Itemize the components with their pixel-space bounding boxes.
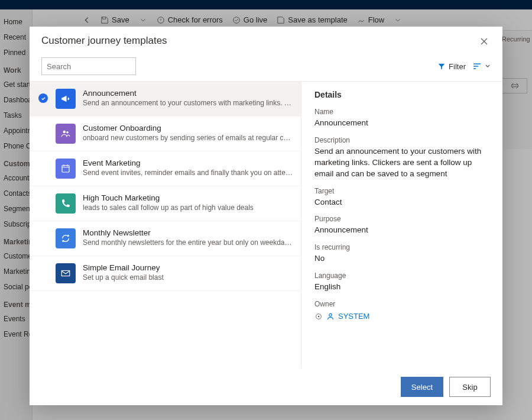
sort-button[interactable] <box>473 63 491 70</box>
disc-icon <box>314 312 323 321</box>
selection-indicator <box>38 263 48 268</box>
description-label: Description <box>314 136 489 144</box>
search-input-wrapper[interactable] <box>41 57 136 75</box>
selection-indicator <box>38 193 48 198</box>
template-title: Announcement <box>83 89 294 98</box>
language-value: English <box>314 282 489 293</box>
selection-indicator <box>38 159 48 163</box>
template-description: Send event invites, reminder emails and … <box>83 169 294 177</box>
target-value: Contact <box>314 197 489 208</box>
language-label: Language <box>314 272 489 280</box>
filter-icon <box>437 62 446 70</box>
template-picker-dialog: Customer journey templates Filter Announ… <box>30 27 502 405</box>
details-pane: Details Name Announcement Description Se… <box>301 82 502 369</box>
template-item[interactable]: Customer Onboardingonboard new customers… <box>30 117 301 151</box>
description-value: Send an announcement to your customers w… <box>314 146 489 180</box>
template-item[interactable]: High Touch Marketingleads to sales call … <box>30 186 301 221</box>
template-item[interactable]: Simple Email JourneySet up a quick email… <box>30 256 301 291</box>
template-description: Send an announcement to your customers w… <box>83 99 294 107</box>
template-item[interactable]: AnnouncementSend an announcement to your… <box>30 82 301 117</box>
svg-rect-5 <box>62 166 69 172</box>
svg-point-3 <box>63 131 66 134</box>
close-button[interactable] <box>478 35 491 49</box>
svg-point-4 <box>66 131 69 134</box>
details-heading: Details <box>314 90 489 99</box>
mail-icon <box>56 263 76 283</box>
filter-button[interactable]: Filter <box>437 62 466 71</box>
template-item[interactable]: Event MarketingSend event invites, remin… <box>30 151 301 186</box>
template-title: Event Marketing <box>83 159 294 167</box>
svg-rect-6 <box>61 271 70 276</box>
cycle-icon <box>56 228 76 248</box>
template-description: onboard new customers by sending series … <box>83 134 294 142</box>
megaphone-icon <box>56 89 76 109</box>
phone-icon <box>56 193 76 214</box>
target-label: Target <box>314 187 489 195</box>
recurring-label: Is recurring <box>314 243 489 251</box>
owner-value[interactable]: SYSTEM <box>314 312 489 321</box>
purpose-label: Purpose <box>314 215 489 223</box>
chevron-down-icon <box>485 63 491 69</box>
close-icon <box>480 37 488 46</box>
template-item[interactable]: Monthly NewsletterSend monthly newslette… <box>30 221 301 256</box>
dialog-title: Customer journey templates <box>41 35 167 47</box>
purpose-value: Announcement <box>314 225 489 236</box>
recurring-value: No <box>314 253 489 264</box>
sort-icon <box>473 63 482 70</box>
select-button[interactable]: Select <box>401 377 443 397</box>
template-list: AnnouncementSend an announcement to your… <box>30 82 301 369</box>
name-label: Name <box>314 108 489 116</box>
template-title: High Touch Marketing <box>83 193 294 202</box>
svg-point-8 <box>318 315 320 317</box>
search-input[interactable] <box>47 62 146 71</box>
selection-indicator <box>38 228 48 233</box>
skip-button[interactable]: Skip <box>449 377 491 397</box>
selection-indicator <box>38 124 48 128</box>
template-title: Customer Onboarding <box>83 124 294 133</box>
template-description: leads to sales call follow up as part of… <box>83 203 294 212</box>
svg-point-9 <box>329 314 332 316</box>
person-icon <box>326 312 335 321</box>
template-description: Set up a quick email blast <box>83 273 294 282</box>
name-value: Announcement <box>314 118 489 129</box>
checkmark-icon <box>38 93 48 103</box>
selection-indicator <box>38 89 48 103</box>
owner-label: Owner <box>314 300 489 308</box>
template-title: Monthly Newsletter <box>83 228 294 237</box>
people-icon <box>56 124 76 144</box>
template-description: Send monthly newsletters for the entire … <box>83 238 294 247</box>
template-title: Simple Email Journey <box>83 263 294 272</box>
modal-overlay: Customer journey templates Filter Announ… <box>0 0 532 420</box>
calendar-icon <box>56 159 76 179</box>
